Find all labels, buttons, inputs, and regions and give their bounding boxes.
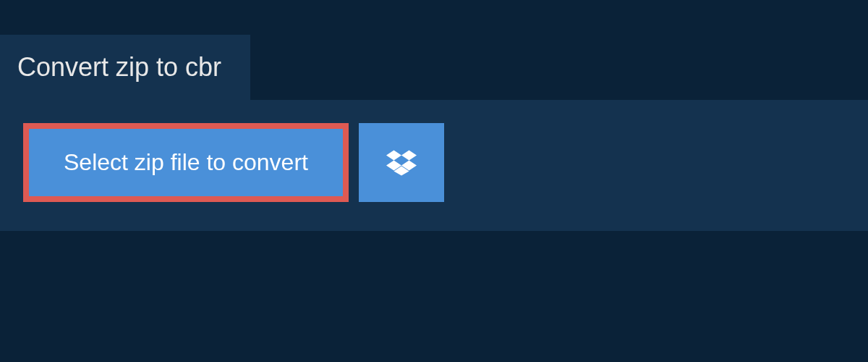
tab-header: Convert zip to cbr xyxy=(0,35,250,100)
select-file-button[interactable]: Select zip file to convert xyxy=(29,129,343,196)
select-file-highlight: Select zip file to convert xyxy=(23,123,349,202)
dropbox-icon xyxy=(386,148,417,178)
button-row: Select zip file to convert xyxy=(23,123,845,202)
page-title: Convert zip to cbr xyxy=(17,52,221,83)
conversion-panel: Select zip file to convert xyxy=(0,100,868,231)
dropbox-button[interactable] xyxy=(359,123,444,202)
